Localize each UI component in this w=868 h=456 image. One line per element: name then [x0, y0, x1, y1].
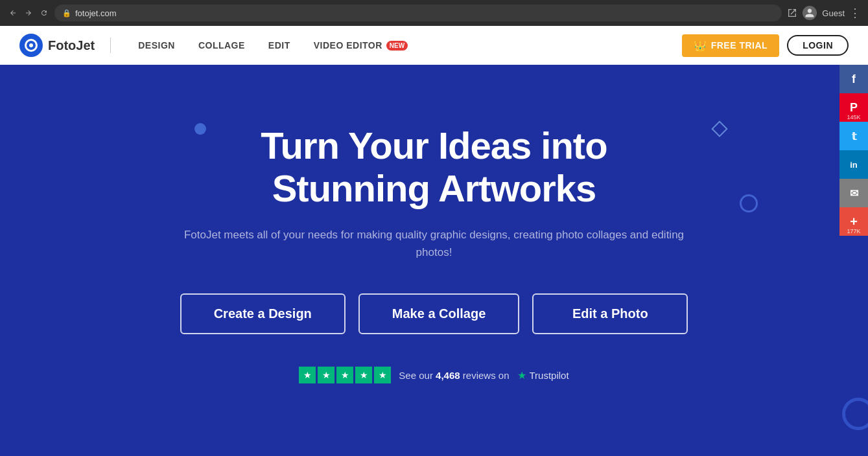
twitter-icon: 𝕥 — [852, 130, 856, 142]
linkedin-icon: in — [850, 160, 858, 170]
star-5: ★ — [374, 367, 391, 383]
more-count: 177K — [847, 228, 860, 234]
star-4: ★ — [355, 367, 372, 383]
pinterest-share-button[interactable]: P 145K — [839, 93, 868, 122]
review-count: 4,468 — [436, 370, 460, 381]
window-toggle[interactable] — [787, 8, 797, 18]
facebook-icon: f — [852, 73, 856, 86]
more-icon: + — [850, 214, 858, 229]
star-3: ★ — [336, 367, 353, 383]
nav-collage[interactable]: COLLAGE — [187, 40, 257, 51]
crown-icon: 👑 — [694, 40, 707, 52]
hero-section: Turn Your Ideas into Stunning Artworks F… — [0, 65, 868, 456]
deco-circle-outline — [740, 194, 758, 212]
browser-right: Guest ⋮ — [787, 6, 860, 20]
nav-edit[interactable]: EDIT — [257, 40, 302, 51]
nav-divider — [110, 38, 111, 53]
nav-video-editor[interactable]: VIDEO EDITOR NEW — [302, 40, 419, 51]
lock-icon: 🔒 — [62, 9, 71, 17]
tp-star-icon: ★ — [517, 369, 526, 382]
brand-name: FotoJet — [48, 38, 95, 53]
email-share-button[interactable]: ✉ — [839, 179, 868, 207]
browser-chrome: 🔒 fotojet.com Guest ⋮ — [0, 0, 868, 26]
reload-button[interactable] — [39, 8, 49, 18]
free-trial-label: FREE TRIAL — [711, 40, 768, 51]
back-button[interactable] — [8, 8, 18, 18]
login-button[interactable]: LOGIN — [787, 35, 849, 56]
nav: FotoJet DESIGN COLLAGE EDIT VIDEO EDITOR… — [0, 26, 868, 65]
edit-photo-button[interactable]: Edit a Photo — [532, 293, 688, 334]
profile-icon[interactable] — [803, 6, 817, 20]
menu-button[interactable]: ⋮ — [850, 8, 860, 18]
nav-video-label: VIDEO EDITOR — [314, 40, 382, 51]
deco-circle-small — [194, 123, 206, 135]
site-wrapper: FotoJet DESIGN COLLAGE EDIT VIDEO EDITOR… — [0, 26, 868, 456]
deco-circle-cut — [842, 398, 868, 430]
pinterest-icon: P — [850, 101, 858, 115]
free-trial-button[interactable]: 👑 FREE TRIAL — [682, 34, 779, 57]
star-2: ★ — [318, 367, 334, 383]
nav-design[interactable]: DESIGN — [126, 40, 187, 51]
social-sidebar: f P 145K 𝕥 in ✉ + 177K — [839, 65, 868, 236]
trustpilot-logo[interactable]: ★ Trustpilot — [517, 369, 569, 382]
address-bar[interactable]: 🔒 fotojet.com — [54, 5, 782, 21]
facebook-share-button[interactable]: f — [839, 65, 868, 93]
nav-right: 👑 FREE TRIAL LOGIN — [682, 34, 849, 57]
create-design-button[interactable]: Create a Design — [180, 293, 346, 334]
twitter-share-button[interactable]: 𝕥 — [839, 122, 868, 150]
nav-links: DESIGN COLLAGE EDIT VIDEO EDITOR NEW — [126, 40, 682, 51]
trustpilot-text: See our 4,468 reviews on — [399, 370, 509, 381]
star-1: ★ — [299, 367, 316, 383]
trustpilot-stars: ★ ★ ★ ★ ★ — [299, 367, 391, 383]
hero-title: Turn Your Ideas into Stunning Artworks — [261, 124, 607, 211]
linkedin-share-button[interactable]: in — [839, 150, 868, 179]
logo-inner — [25, 39, 38, 52]
logo[interactable]: FotoJet — [19, 34, 95, 57]
pinterest-count: 145K — [847, 114, 860, 120]
trustpilot-row: ★ ★ ★ ★ ★ See our 4,468 reviews on ★ Tru… — [299, 367, 569, 383]
more-share-button[interactable]: + 177K — [839, 207, 868, 236]
make-collage-button[interactable]: Make a Collage — [358, 293, 520, 334]
new-badge: NEW — [386, 41, 408, 51]
email-icon: ✉ — [850, 187, 858, 200]
forward-button[interactable] — [23, 8, 34, 18]
trustpilot-brand: Trustpilot — [530, 370, 569, 381]
logo-circle — [19, 34, 43, 57]
logo-dot — [29, 43, 33, 47]
hero-subtitle: FotoJet meets all of your needs for maki… — [182, 226, 687, 261]
url-text: fotojet.com — [75, 8, 117, 18]
profile-name: Guest — [822, 8, 845, 18]
deco-diamond — [711, 120, 727, 137]
hero-buttons: Create a Design Make a Collage Edit a Ph… — [180, 293, 688, 334]
